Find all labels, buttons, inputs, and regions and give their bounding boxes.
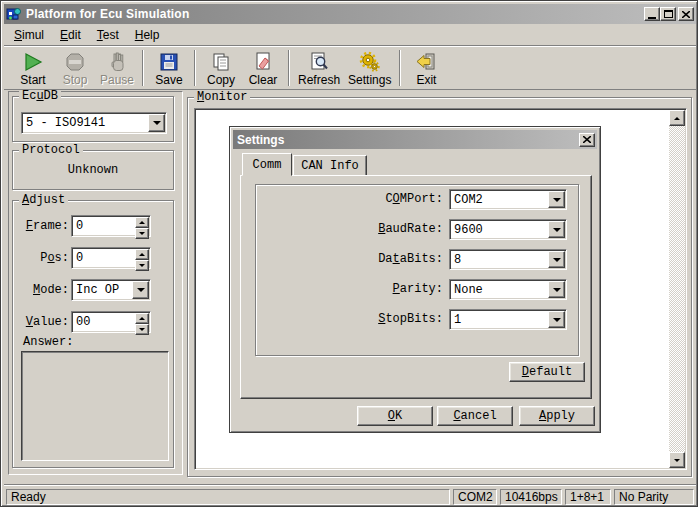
stopbits-value: 1 (454, 310, 461, 329)
frame-label: Frame: (15, 215, 69, 237)
menu-help[interactable]: Help (127, 26, 168, 44)
databits-dropdown[interactable]: 8 (449, 249, 567, 270)
menu-test[interactable]: Test (89, 26, 127, 44)
chevron-down-icon (553, 198, 561, 206)
toolbar-stop-label: Stop (63, 74, 88, 86)
chevron-down-icon (153, 121, 161, 129)
toolbar-settings-button[interactable]: Settings (344, 48, 395, 88)
chevron-down-icon (553, 258, 561, 266)
parity-label: Parity: (255, 279, 443, 300)
toolbar-stop-button: Stop (54, 48, 96, 88)
close-button[interactable] (678, 7, 694, 21)
apply-button[interactable]: Apply (519, 406, 595, 426)
comport-value: COM2 (454, 190, 483, 209)
frame-spin-up[interactable] (135, 217, 149, 228)
default-button[interactable]: Default (509, 362, 585, 382)
toolbar-save-button[interactable]: Save (148, 48, 190, 88)
stopbits-label: StopBits: (255, 309, 443, 330)
toolbar-pause-button: Pause (96, 48, 138, 88)
arrow-up-icon (139, 218, 145, 224)
arrow-up-icon (674, 114, 680, 120)
app-icon (6, 6, 22, 22)
ecudb-dropdown-value: 5 - ISO9141 (26, 113, 105, 133)
value-spin-down[interactable] (135, 324, 149, 335)
control-panel: EcuDB 5 - ISO9141 Protocol Unknown Adjus… (8, 91, 183, 475)
settings-dialog-titlebar[interactable]: Settings (233, 130, 597, 149)
main-window: Platform for Ecu Simulation Simul Edit T… (0, 0, 698, 507)
menu-bar: Simul Edit Test Help (4, 25, 696, 45)
comport-dropdown[interactable]: COM2 (449, 189, 567, 210)
stopbits-dropdown[interactable]: 1 (449, 309, 567, 330)
baudrate-dropdown[interactable]: 9600 (449, 219, 567, 240)
scroll-up-button[interactable] (669, 110, 685, 126)
parity-dropdown[interactable]: None (449, 279, 567, 300)
ecudb-dropdown[interactable]: 5 - ISO9141 (21, 112, 167, 134)
settings-close-button[interactable] (579, 133, 595, 147)
toolbar-separator (142, 50, 144, 86)
toolbar-refresh-button[interactable]: Refresh (294, 48, 344, 88)
toolbar-copy-button[interactable]: Copy (200, 48, 242, 88)
window-title: Platform for Ecu Simulation (26, 7, 189, 21)
minimize-button[interactable] (644, 7, 660, 21)
maximize-button[interactable] (660, 7, 676, 21)
toolbar-start-label: Start (20, 74, 45, 86)
close-icon (583, 136, 591, 143)
comm-tab-page: COMPort: COM2 BaudRate: 9600 DataBits: 8… (240, 175, 592, 399)
ecudb-group-label: EcuDB (19, 90, 61, 103)
save-icon (158, 51, 180, 73)
toolbar-settings-label: Settings (348, 74, 391, 86)
ecudb-dropdown-button[interactable] (148, 114, 165, 132)
tab-comm[interactable]: Comm (242, 153, 292, 176)
monitor-group-label: Monitor (194, 91, 250, 104)
menu-edit[interactable]: Edit (52, 26, 89, 44)
scroll-down-button[interactable] (669, 452, 685, 468)
pause-icon (106, 51, 128, 73)
menu-simul[interactable]: Simul (6, 26, 52, 44)
arrow-down-icon (674, 459, 680, 465)
databits-value: 8 (454, 250, 461, 269)
toolbar-refresh-label: Refresh (298, 74, 340, 86)
ok-button[interactable]: OK (357, 406, 433, 426)
pos-input[interactable]: 0 (71, 247, 151, 269)
toolbar-separator (399, 50, 401, 86)
cancel-button[interactable]: Cancel (437, 406, 513, 426)
adjust-group: Adjust Frame: 0 Pos: 0 Mode: Inc OP Valu… (12, 200, 174, 468)
databits-label: DataBits: (255, 249, 443, 270)
parity-dropdown-button[interactable] (548, 281, 565, 298)
frame-input[interactable]: 0 (71, 215, 151, 237)
monitor-scrollbar[interactable] (669, 110, 685, 468)
answer-label: Answer: (23, 335, 73, 349)
mode-dropdown-button[interactable] (132, 281, 149, 299)
pos-value: 0 (76, 248, 83, 268)
mode-dropdown-value: Inc OP (76, 280, 119, 300)
status-baudrate: 10416bps (500, 489, 562, 505)
arrow-down-icon (139, 328, 145, 334)
pos-spin-up[interactable] (135, 249, 149, 260)
toolbar-pause-label: Pause (100, 74, 134, 86)
value-spin-up[interactable] (135, 313, 149, 324)
stop-icon (64, 51, 86, 73)
toolbar-start-button[interactable]: Start (12, 48, 54, 88)
toolbar-save-label: Save (155, 74, 182, 86)
toolbar-clear-label: Clear (249, 74, 278, 86)
status-framing: 1+8+1 (565, 489, 611, 505)
chevron-down-icon (553, 228, 561, 236)
baudrate-dropdown-button[interactable] (548, 221, 565, 238)
mode-dropdown[interactable]: Inc OP (71, 279, 151, 301)
chevron-down-icon (553, 318, 561, 326)
status-parity: No Parity (614, 489, 694, 505)
stopbits-dropdown-button[interactable] (548, 311, 565, 328)
toolbar-exit-button[interactable]: Exit (405, 48, 447, 88)
frame-value: 0 (76, 216, 83, 236)
frame-spin-down[interactable] (135, 228, 149, 239)
start-icon (22, 51, 44, 73)
window-titlebar[interactable]: Platform for Ecu Simulation (4, 4, 696, 24)
tab-can-info[interactable]: CAN Info (293, 155, 367, 176)
value-input[interactable]: 00 (71, 311, 151, 333)
databits-dropdown-button[interactable] (548, 251, 565, 268)
settings-dialog-title: Settings (237, 133, 284, 147)
toolbar-clear-button[interactable]: Clear (242, 48, 284, 88)
comport-dropdown-button[interactable] (548, 191, 565, 208)
protocol-group: Protocol Unknown (12, 150, 174, 190)
pos-spin-down[interactable] (135, 260, 149, 271)
